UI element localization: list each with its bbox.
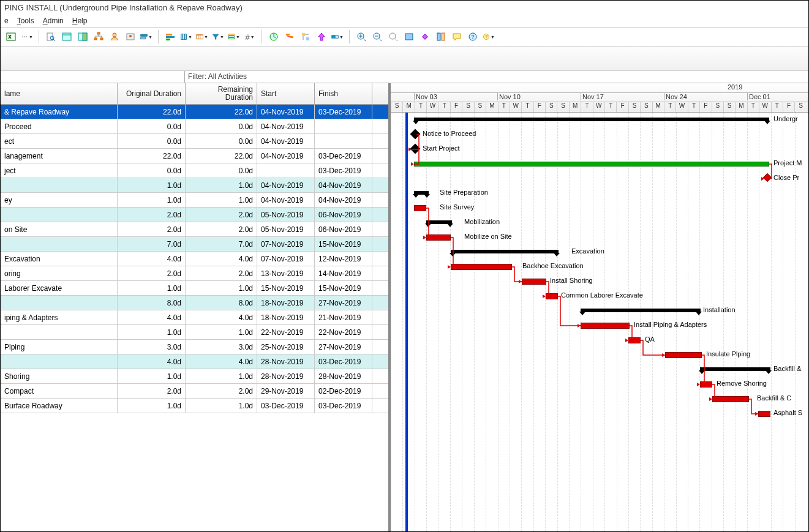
table-row[interactable]: 8.0d8.0d18-Nov-201927-Nov-2019 xyxy=(1,296,388,310)
timescale-day: S xyxy=(557,102,568,112)
task-bar[interactable] xyxy=(414,205,426,211)
tb-role-icon[interactable] xyxy=(124,30,137,43)
tb-apply-icon[interactable] xyxy=(299,30,312,43)
tb-schedule-icon[interactable] xyxy=(267,30,280,43)
menu-e[interactable]: e xyxy=(4,17,9,25)
tb-chat-icon[interactable] xyxy=(450,30,464,43)
tb-help-icon[interactable]: ? xyxy=(466,30,480,43)
table-row[interactable]: Proceed0.0d0.0d04-Nov-2019 xyxy=(1,119,388,134)
timescale-day: T xyxy=(415,102,426,112)
table-row[interactable]: on Site2.0d2.0d05-Nov-201906-Nov-2019 xyxy=(1,222,388,237)
table-row[interactable]: & Repave Roadway22.0d22.0d04-Nov-201903-… xyxy=(1,105,388,119)
tb-wbs-icon[interactable] xyxy=(92,30,105,43)
table-row[interactable]: Compact2.0d2.0d29-Nov-201902-Dec-2019 xyxy=(1,384,388,399)
table-row[interactable]: 1.0d1.0d22-Nov-201922-Nov-2019 xyxy=(1,325,388,340)
summary-bar[interactable] xyxy=(414,118,769,121)
bar-label: Common Laborer Excavate xyxy=(561,291,643,299)
task-bar[interactable] xyxy=(426,234,451,241)
tb-resource-icon[interactable] xyxy=(108,30,121,43)
task-bar[interactable] xyxy=(665,352,702,358)
table-row[interactable]: Laborer Excavate1.0d1.0d15-Nov-201915-No… xyxy=(1,281,388,296)
col-finish[interactable]: Finish xyxy=(315,83,372,104)
milestone-icon[interactable] xyxy=(410,129,421,140)
tb-hash-icon[interactable]: #▼ xyxy=(243,30,257,43)
tb-diamond-icon[interactable] xyxy=(418,30,432,43)
timescale-day: W xyxy=(510,102,521,112)
tb-progress-icon[interactable]: ▼ xyxy=(331,30,344,43)
tb-zoomin-icon[interactable] xyxy=(355,30,368,43)
cell-rd: 2.0d xyxy=(186,384,257,398)
summary-bar[interactable] xyxy=(414,191,429,195)
svg-text:?: ? xyxy=(471,34,474,40)
task-bar[interactable] xyxy=(546,293,558,299)
window-title: PING INSTALL (Underground Pipe Installat… xyxy=(1,1,808,15)
tb-layout2-icon[interactable] xyxy=(76,30,89,43)
table-row[interactable]: 2.0d2.0d05-Nov-201906-Nov-2019 xyxy=(1,208,388,222)
table-row[interactable]: 1.0d1.0d04-Nov-201904-Nov-2019 xyxy=(1,178,388,193)
task-bar[interactable] xyxy=(522,279,546,285)
menu-tools[interactable]: Tools xyxy=(17,17,34,25)
tb-zoomout-icon[interactable] xyxy=(371,30,384,43)
task-bar[interactable] xyxy=(758,411,770,417)
milestone-icon[interactable] xyxy=(763,173,772,182)
timescale-day: T xyxy=(664,102,675,112)
loe-bar[interactable] xyxy=(414,162,769,167)
cell-od: 1.0d xyxy=(118,325,186,339)
col-name[interactable]: lame xyxy=(1,83,118,104)
cell-finish xyxy=(315,119,372,133)
tb-split-icon[interactable] xyxy=(434,30,448,43)
cell-rd: 1.0d xyxy=(186,178,257,192)
col-remaining-duration[interactable]: RemainingDuration xyxy=(186,83,257,104)
menu-help[interactable]: Help xyxy=(72,17,88,25)
table-row[interactable]: ey1.0d1.0d04-Nov-201904-Nov-2019 xyxy=(1,193,388,208)
task-bar[interactable] xyxy=(451,264,512,270)
table-row[interactable]: lanagement22.0d22.0d04-Nov-201903-Dec-20… xyxy=(1,149,388,163)
tb-timescale-icon[interactable]: ▼ xyxy=(195,30,209,43)
cell-rd: 4.0d xyxy=(186,252,257,266)
table-row[interactable]: ect0.0d0.0d04-Nov-2019 xyxy=(1,134,388,149)
tb-excel-icon[interactable] xyxy=(4,30,18,43)
col-start[interactable]: Start xyxy=(257,83,315,104)
tb-activity-icon[interactable]: ▼ xyxy=(140,30,153,43)
col-original-duration[interactable]: Original Duration xyxy=(118,83,186,104)
tb-blue-icon[interactable] xyxy=(402,30,416,43)
timescale-day: S xyxy=(628,102,640,112)
task-bar[interactable] xyxy=(712,396,749,402)
milestone-icon[interactable] xyxy=(410,144,421,154)
cell-start: 05-Nov-2019 xyxy=(257,208,315,222)
task-bar[interactable] xyxy=(628,337,641,343)
table-row[interactable]: Plping3.0d3.0d25-Nov-201927-Nov-2019 xyxy=(1,340,388,354)
table-row[interactable]: 4.0d4.0d28-Nov-201903-Dec-2019 xyxy=(1,354,388,369)
task-bar[interactable] xyxy=(700,381,712,388)
table-row[interactable]: oring2.0d2.0d13-Nov-201914-Nov-2019 xyxy=(1,266,388,281)
cell-od: 0.0d xyxy=(118,119,186,133)
table-row[interactable]: Excavation4.0d4.0d07-Nov-201912-Nov-2019 xyxy=(1,252,388,266)
summary-bar[interactable] xyxy=(700,367,770,371)
task-bar[interactable] xyxy=(581,323,630,329)
table-row[interactable]: ject0.0d0.0d03-Dec-2019 xyxy=(1,163,388,178)
summary-bar[interactable] xyxy=(426,220,452,224)
tb-columns-icon[interactable]: ▼ xyxy=(179,30,193,43)
gantt-chart[interactable]: 2019 Nov 03Nov 10Nov 17Nov 24Dec 01 SMTW… xyxy=(391,83,808,531)
summary-bar[interactable] xyxy=(581,309,701,312)
table-row[interactable]: 7.0d7.0d07-Nov-201915-Nov-2019 xyxy=(1,237,388,252)
tb-zoomfit-icon[interactable] xyxy=(386,30,400,43)
tb-more-icon[interactable]: ▼ xyxy=(20,30,34,43)
tb-info-icon[interactable]: ?▼ xyxy=(482,30,495,43)
table-row[interactable]: Burface Roadway1.0d1.0d03-Dec-201903-Dec… xyxy=(1,399,388,413)
table-row[interactable]: Shoring1.0d1.0d28-Nov-201928-Nov-2019 xyxy=(1,369,388,384)
summary-bar[interactable] xyxy=(451,250,559,253)
menu-admin[interactable]: Admin xyxy=(43,17,64,25)
filter-label[interactable]: Filter: All Activities xyxy=(185,71,250,83)
tb-group-icon[interactable]: ▼ xyxy=(227,30,241,43)
tb-level-icon[interactable] xyxy=(283,30,296,43)
tb-store-icon[interactable] xyxy=(315,30,328,43)
tb-bars-icon[interactable] xyxy=(164,30,177,43)
tb-layout1-icon[interactable] xyxy=(60,30,73,43)
cell-finish: 03-Dec-2019 xyxy=(315,399,372,413)
tb-preview-icon[interactable] xyxy=(44,30,58,43)
table-row[interactable]: iping & Adapters4.0d4.0d18-Nov-201921-No… xyxy=(1,310,388,325)
cell-finish: 14-Nov-2019 xyxy=(315,266,372,280)
cell-name: iping & Adapters xyxy=(1,310,118,324)
tb-filter-icon[interactable]: ▼ xyxy=(211,30,225,43)
